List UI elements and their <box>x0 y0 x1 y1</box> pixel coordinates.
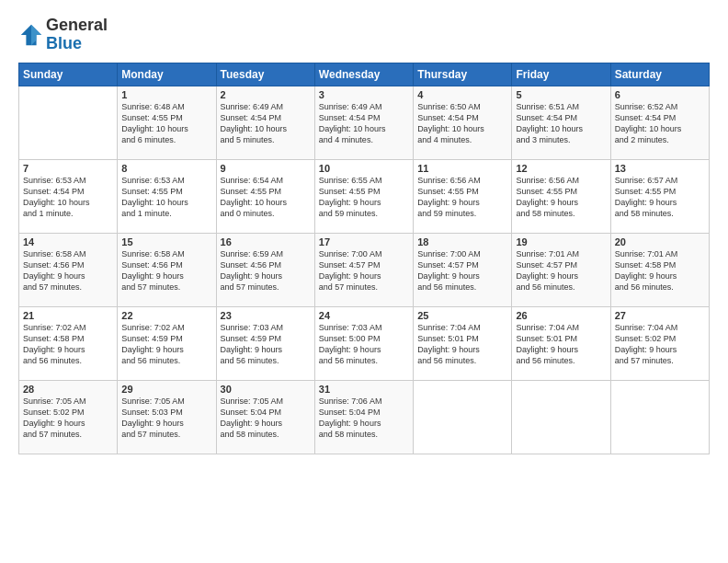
calendar-cell: 23Sunrise: 7:03 AM Sunset: 4:59 PM Dayli… <box>216 306 314 380</box>
day-number: 9 <box>221 163 311 174</box>
week-row-4: 28Sunrise: 7:05 AM Sunset: 5:02 PM Dayli… <box>19 380 710 454</box>
calendar-cell: 29Sunrise: 7:05 AM Sunset: 5:03 PM Dayli… <box>118 380 216 454</box>
day-info: Sunrise: 6:58 AM Sunset: 4:56 PM Dayligh… <box>121 248 211 293</box>
day-number: 16 <box>221 236 311 247</box>
day-number: 1 <box>121 89 211 100</box>
calendar-cell: 31Sunrise: 7:06 AM Sunset: 5:04 PM Dayli… <box>314 380 413 454</box>
day-number: 28 <box>23 384 113 395</box>
day-info: Sunrise: 6:50 AM Sunset: 4:54 PM Dayligh… <box>417 101 507 146</box>
header-day-saturday: Saturday <box>610 63 709 86</box>
header-day-monday: Monday <box>118 63 216 86</box>
day-info: Sunrise: 7:05 AM Sunset: 5:02 PM Dayligh… <box>23 396 113 441</box>
day-number: 5 <box>516 89 606 100</box>
calendar-cell: 7Sunrise: 6:53 AM Sunset: 4:54 PM Daylig… <box>19 159 118 233</box>
day-number: 30 <box>221 384 311 395</box>
day-number: 12 <box>516 163 606 174</box>
week-row-2: 14Sunrise: 6:58 AM Sunset: 4:56 PM Dayli… <box>19 233 710 306</box>
calendar-cell: 19Sunrise: 7:01 AM Sunset: 4:57 PM Dayli… <box>512 233 610 306</box>
calendar-body: 1Sunrise: 6:48 AM Sunset: 4:55 PM Daylig… <box>19 86 710 454</box>
day-info: Sunrise: 6:53 AM Sunset: 4:54 PM Dayligh… <box>23 175 113 220</box>
day-number: 20 <box>615 236 705 247</box>
logo-text: GeneralBlue <box>46 17 108 53</box>
day-info: Sunrise: 6:55 AM Sunset: 4:55 PM Dayligh… <box>319 175 409 220</box>
header-day-thursday: Thursday <box>414 63 512 86</box>
header-day-friday: Friday <box>512 63 610 86</box>
day-info: Sunrise: 7:02 AM Sunset: 4:59 PM Dayligh… <box>121 322 211 367</box>
day-info: Sunrise: 7:03 AM Sunset: 5:00 PM Dayligh… <box>319 322 409 367</box>
week-row-3: 21Sunrise: 7:02 AM Sunset: 4:58 PM Dayli… <box>19 306 710 380</box>
header: GeneralBlue <box>18 17 710 53</box>
day-number: 23 <box>221 310 311 321</box>
day-info: Sunrise: 7:00 AM Sunset: 4:57 PM Dayligh… <box>319 248 409 293</box>
day-number: 10 <box>319 163 409 174</box>
day-info: Sunrise: 7:03 AM Sunset: 4:59 PM Dayligh… <box>221 322 311 367</box>
calendar-cell: 15Sunrise: 6:58 AM Sunset: 4:56 PM Dayli… <box>118 233 216 306</box>
day-number: 25 <box>417 310 507 321</box>
day-info: Sunrise: 7:05 AM Sunset: 5:04 PM Dayligh… <box>221 396 311 441</box>
day-info: Sunrise: 6:56 AM Sunset: 4:55 PM Dayligh… <box>516 175 606 220</box>
calendar-cell: 26Sunrise: 7:04 AM Sunset: 5:01 PM Dayli… <box>512 306 610 380</box>
day-number: 18 <box>417 236 507 247</box>
day-number: 8 <box>121 163 211 174</box>
day-info: Sunrise: 6:49 AM Sunset: 4:54 PM Dayligh… <box>319 101 409 146</box>
calendar-cell <box>610 380 709 454</box>
day-number: 11 <box>417 163 507 174</box>
day-number: 6 <box>615 89 705 100</box>
day-number: 21 <box>23 310 113 321</box>
calendar-cell: 12Sunrise: 6:56 AM Sunset: 4:55 PM Dayli… <box>512 159 610 233</box>
calendar-cell: 14Sunrise: 6:58 AM Sunset: 4:56 PM Dayli… <box>19 233 118 306</box>
calendar-table: SundayMondayTuesdayWednesdayThursdayFrid… <box>18 63 710 454</box>
week-row-0: 1Sunrise: 6:48 AM Sunset: 4:55 PM Daylig… <box>19 86 710 159</box>
header-day-wednesday: Wednesday <box>314 63 413 86</box>
calendar-cell: 10Sunrise: 6:55 AM Sunset: 4:55 PM Dayli… <box>314 159 413 233</box>
calendar-cell: 13Sunrise: 6:57 AM Sunset: 4:55 PM Dayli… <box>610 159 709 233</box>
day-info: Sunrise: 7:00 AM Sunset: 4:57 PM Dayligh… <box>417 248 507 293</box>
page: GeneralBlue SundayMondayTuesdayWednesday… <box>0 0 728 563</box>
day-number: 22 <box>121 310 211 321</box>
calendar-cell <box>414 380 512 454</box>
calendar-cell: 27Sunrise: 7:04 AM Sunset: 5:02 PM Dayli… <box>610 306 709 380</box>
day-info: Sunrise: 7:02 AM Sunset: 4:58 PM Dayligh… <box>23 322 113 367</box>
calendar-cell: 1Sunrise: 6:48 AM Sunset: 4:55 PM Daylig… <box>118 86 216 159</box>
calendar-cell: 5Sunrise: 6:51 AM Sunset: 4:54 PM Daylig… <box>512 86 610 159</box>
calendar-cell: 8Sunrise: 6:53 AM Sunset: 4:55 PM Daylig… <box>118 159 216 233</box>
day-info: Sunrise: 6:51 AM Sunset: 4:54 PM Dayligh… <box>516 101 606 146</box>
calendar-cell: 24Sunrise: 7:03 AM Sunset: 5:00 PM Dayli… <box>314 306 413 380</box>
day-info: Sunrise: 7:05 AM Sunset: 5:03 PM Dayligh… <box>121 396 211 441</box>
day-info: Sunrise: 7:06 AM Sunset: 5:04 PM Dayligh… <box>319 396 409 441</box>
day-number: 31 <box>319 384 409 395</box>
day-number: 26 <box>516 310 606 321</box>
day-info: Sunrise: 7:04 AM Sunset: 5:01 PM Dayligh… <box>417 322 507 367</box>
day-info: Sunrise: 6:52 AM Sunset: 4:54 PM Dayligh… <box>615 101 705 146</box>
day-number: 24 <box>319 310 409 321</box>
calendar-cell: 16Sunrise: 6:59 AM Sunset: 4:56 PM Dayli… <box>216 233 314 306</box>
calendar-cell: 3Sunrise: 6:49 AM Sunset: 4:54 PM Daylig… <box>314 86 413 159</box>
day-info: Sunrise: 6:48 AM Sunset: 4:55 PM Dayligh… <box>121 101 211 146</box>
calendar-cell: 2Sunrise: 6:49 AM Sunset: 4:54 PM Daylig… <box>216 86 314 159</box>
header-day-sunday: Sunday <box>19 63 118 86</box>
day-number: 7 <box>23 163 113 174</box>
calendar-cell: 6Sunrise: 6:52 AM Sunset: 4:54 PM Daylig… <box>610 86 709 159</box>
week-row-1: 7Sunrise: 6:53 AM Sunset: 4:54 PM Daylig… <box>19 159 710 233</box>
day-info: Sunrise: 7:01 AM Sunset: 4:58 PM Dayligh… <box>615 248 705 293</box>
day-number: 15 <box>121 236 211 247</box>
day-number: 3 <box>319 89 409 100</box>
day-info: Sunrise: 7:04 AM Sunset: 5:02 PM Dayligh… <box>615 322 705 367</box>
calendar-cell: 20Sunrise: 7:01 AM Sunset: 4:58 PM Dayli… <box>610 233 709 306</box>
logo-icon <box>18 22 44 48</box>
day-info: Sunrise: 6:53 AM Sunset: 4:55 PM Dayligh… <box>121 175 211 220</box>
day-info: Sunrise: 6:58 AM Sunset: 4:56 PM Dayligh… <box>23 248 113 293</box>
logo: GeneralBlue <box>18 17 108 53</box>
calendar-cell: 4Sunrise: 6:50 AM Sunset: 4:54 PM Daylig… <box>414 86 512 159</box>
logo-blue: Blue <box>46 34 82 52</box>
calendar-cell <box>512 380 610 454</box>
day-number: 13 <box>615 163 705 174</box>
header-row: SundayMondayTuesdayWednesdayThursdayFrid… <box>19 63 710 86</box>
day-info: Sunrise: 6:54 AM Sunset: 4:55 PM Dayligh… <box>221 175 311 220</box>
day-info: Sunrise: 6:56 AM Sunset: 4:55 PM Dayligh… <box>417 175 507 220</box>
day-number: 4 <box>417 89 507 100</box>
day-info: Sunrise: 7:04 AM Sunset: 5:01 PM Dayligh… <box>516 322 606 367</box>
calendar-cell: 18Sunrise: 7:00 AM Sunset: 4:57 PM Dayli… <box>414 233 512 306</box>
calendar-cell: 21Sunrise: 7:02 AM Sunset: 4:58 PM Dayli… <box>19 306 118 380</box>
header-day-tuesday: Tuesday <box>216 63 314 86</box>
